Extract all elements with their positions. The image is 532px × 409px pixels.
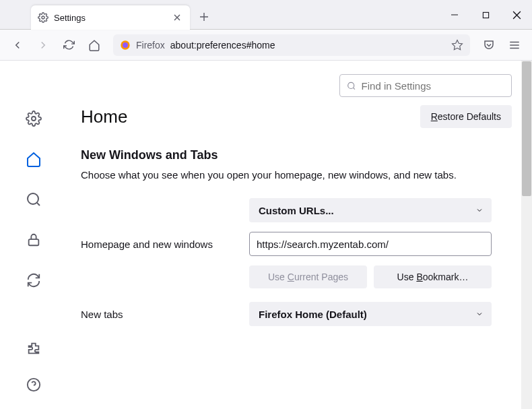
settings-sidebar [0,61,67,409]
settings-search-box[interactable] [339,74,512,97]
forward-button[interactable] [32,34,54,56]
window-controls [439,0,532,30]
use-bookmark-button[interactable]: Use Bookmark… [374,265,492,288]
svg-point-8 [348,82,354,88]
firefox-icon [120,40,131,51]
newtabs-select[interactable]: Firefox Home (Default) [249,302,492,326]
maximize-button[interactable] [470,0,501,30]
newtabs-label: New tabs [81,309,249,320]
homepage-url-input[interactable] [249,232,492,256]
url-identity: Firefox [136,40,165,51]
section-desc: Choose what you see when you open your h… [81,169,512,181]
sidebar-general-icon[interactable] [26,111,42,127]
svg-point-4 [32,117,36,121]
app-menu-button[interactable] [504,34,525,56]
restore-defaults-button[interactable]: Restore Defaults [420,105,512,128]
settings-main: Home Restore Defaults New Windows and Ta… [67,61,532,409]
bookmark-star-icon[interactable] [451,39,463,51]
sidebar-search-icon[interactable] [26,191,42,208]
content-area: Home Restore Defaults New Windows and Ta… [0,61,532,409]
sidebar-help-icon[interactable] [26,377,42,393]
home-button[interactable] [84,34,105,56]
scroll-thumb[interactable] [522,61,531,196]
back-button[interactable] [7,34,28,56]
new-tab-button[interactable] [194,7,214,27]
url-bar[interactable]: Firefox about:preferences#home [113,34,470,56]
svg-point-3 [123,42,128,48]
url-path: about:preferences#home [170,40,275,51]
reload-button[interactable] [58,34,79,56]
sidebar-home-icon[interactable] [26,151,42,167]
close-tab-icon[interactable] [171,11,183,24]
chevron-down-icon [475,206,484,214]
page-title: Home [81,106,127,127]
svg-rect-6 [29,239,39,245]
select-value: Firefox Home (Default) [259,309,367,320]
tab-title: Settings [54,13,171,23]
svg-point-5 [28,193,38,204]
use-current-pages-button[interactable]: Use Current Pages [249,265,367,288]
homepage-mode-select[interactable]: Custom URLs... [249,198,492,222]
gear-icon [38,12,48,23]
titlebar: Settings [0,0,532,30]
search-icon [347,81,356,91]
svg-rect-1 [483,12,488,18]
svg-point-0 [42,16,44,19]
homepage-label: Homepage and new windows [81,239,249,250]
section-title: New Windows and Tabs [81,148,512,162]
sidebar-privacy-icon[interactable] [26,232,42,248]
browser-tab[interactable]: Settings [31,5,190,30]
pocket-button[interactable] [478,34,500,56]
navigation-toolbar: Firefox about:preferences#home [0,30,532,61]
sidebar-sync-icon[interactable] [26,272,42,288]
minimize-button[interactable] [439,0,470,30]
close-window-button[interactable] [501,0,532,30]
scrollbar[interactable] [521,61,532,409]
settings-search-input[interactable] [362,80,504,92]
chevron-down-icon [475,310,484,318]
sidebar-extensions-icon[interactable] [26,340,42,356]
select-value: Custom URLs... [259,205,334,216]
